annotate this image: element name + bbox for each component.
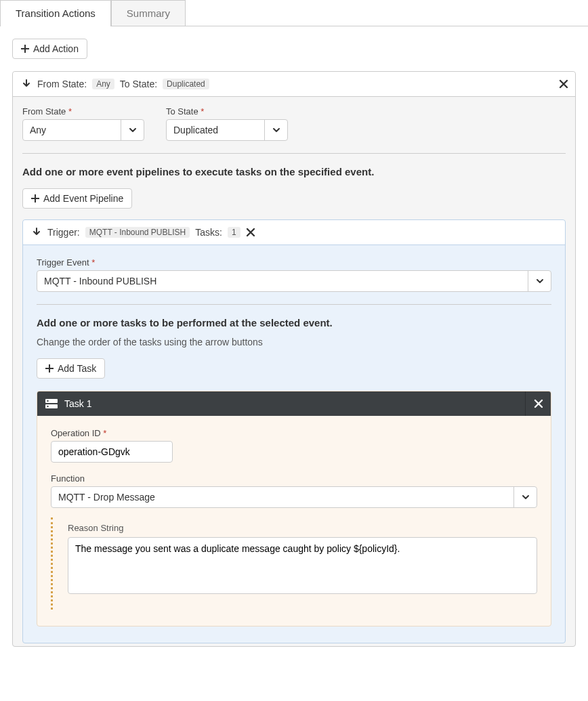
tasks-section-title: Add one or more tasks to be performed at… xyxy=(37,317,551,328)
from-state-header-label: From State: xyxy=(37,79,87,89)
label-text: Operation ID xyxy=(51,428,101,438)
reason-string-label: Reason String xyxy=(68,523,537,533)
tab-summary[interactable]: Summary xyxy=(111,0,186,26)
task-panel: Task 1 Operation ID * xyxy=(37,391,551,626)
operation-id-input[interactable] xyxy=(51,441,173,463)
to-state-select-value: Duplicated xyxy=(167,125,264,135)
to-state-header-value: Duplicated xyxy=(163,79,209,89)
divider xyxy=(37,304,551,305)
trigger-event-select-value: MQTT - Inbound PUBLISH xyxy=(37,276,528,286)
close-task-button[interactable] xyxy=(525,391,551,416)
chevron-down-icon xyxy=(264,120,287,140)
plus-icon xyxy=(31,194,39,203)
pipelines-section-title: Add one or more event pipelines to execu… xyxy=(22,166,566,177)
trigger-header-value: MQTT - Inbound PUBLISH xyxy=(85,227,190,238)
svg-point-3 xyxy=(47,406,48,407)
close-pipeline-button[interactable] xyxy=(246,228,255,237)
arrow-down-icon xyxy=(21,79,32,89)
from-state-field-label: From State * xyxy=(22,106,144,116)
tab-label: Transition Actions xyxy=(16,7,96,19)
add-event-pipeline-label: Add Event Pipeline xyxy=(43,193,123,204)
required-asterisk: * xyxy=(68,106,72,116)
pipeline-panel-header: Trigger: MQTT - Inbound PUBLISH Tasks: 1 xyxy=(23,220,565,245)
divider xyxy=(22,153,566,154)
plus-icon xyxy=(21,45,29,53)
chevron-down-icon xyxy=(513,487,537,507)
transition-panel: From State: Any To State: Duplicated Fro… xyxy=(12,71,576,647)
tasks-header-label: Tasks: xyxy=(195,227,222,238)
tab-label: Summary xyxy=(127,7,170,19)
operation-id-field-label: Operation ID * xyxy=(51,428,537,438)
add-action-button[interactable]: Add Action xyxy=(12,39,87,59)
task-title: Task 1 xyxy=(64,398,91,409)
label-text: From State xyxy=(22,106,66,116)
required-asterisk: * xyxy=(103,428,106,438)
chevron-down-icon xyxy=(121,120,144,140)
function-select-value: MQTT - Drop Message xyxy=(51,492,513,503)
from-state-select[interactable]: Any xyxy=(22,119,144,141)
from-state-select-value: Any xyxy=(23,125,121,135)
tasks-count-badge: 1 xyxy=(228,227,240,238)
close-transition-button[interactable] xyxy=(559,79,568,89)
required-asterisk: * xyxy=(91,257,95,268)
trigger-event-field-label: Trigger Event * xyxy=(37,257,551,268)
function-select[interactable]: MQTT - Drop Message xyxy=(51,486,537,508)
function-field-label: Function xyxy=(51,473,537,484)
label-text: Trigger Event xyxy=(37,257,89,268)
task-panel-header: Task 1 xyxy=(37,391,551,416)
trigger-event-select[interactable]: MQTT - Inbound PUBLISH xyxy=(37,270,551,292)
task-icon xyxy=(45,398,58,409)
reason-string-section: Reason String xyxy=(51,517,537,610)
svg-point-2 xyxy=(47,400,48,402)
to-state-field-label: To State * xyxy=(166,106,288,116)
tab-transition-actions[interactable]: Transition Actions xyxy=(0,0,111,26)
transition-panel-header: From State: Any To State: Duplicated xyxy=(13,72,575,97)
add-task-button[interactable]: Add Task xyxy=(37,358,105,379)
plus-icon xyxy=(45,364,54,373)
reason-string-textarea[interactable] xyxy=(68,537,537,594)
add-action-label: Add Action xyxy=(33,43,79,54)
add-event-pipeline-button[interactable]: Add Event Pipeline xyxy=(22,188,132,209)
from-state-header-value: Any xyxy=(92,79,114,89)
required-asterisk: * xyxy=(201,106,204,116)
label-text: To State xyxy=(166,106,198,116)
arrow-down-icon xyxy=(31,227,42,238)
to-state-header-label: To State: xyxy=(120,79,157,89)
chevron-down-icon xyxy=(528,271,551,291)
pipeline-panel: Trigger: MQTT - Inbound PUBLISH Tasks: 1… xyxy=(22,219,566,643)
to-state-select[interactable]: Duplicated xyxy=(166,119,288,141)
tabs-bar: Transition Actions Summary xyxy=(0,0,588,26)
add-task-label: Add Task xyxy=(58,363,96,374)
tasks-subtext: Change the order of the tasks using the … xyxy=(37,337,551,347)
trigger-header-label: Trigger: xyxy=(47,227,80,238)
